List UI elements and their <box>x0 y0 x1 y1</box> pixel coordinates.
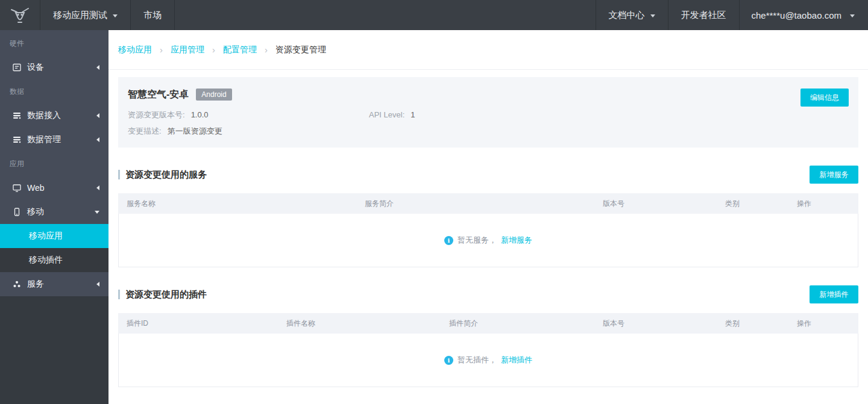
sidebar-item-label: 移动 <box>27 207 95 217</box>
sidebar-submenu-label: 移动插件 <box>29 255 63 266</box>
column-header: 操作 <box>788 319 858 329</box>
sidebar-category-hardware: 硬件 <box>0 31 108 55</box>
column-header: 版本号 <box>594 319 717 329</box>
sidebar-item-mobile[interactable]: 移动 <box>0 200 108 224</box>
column-header: 插件ID <box>118 319 278 329</box>
field-api-level: API Level: 1 <box>369 110 415 120</box>
sidebar-category-data: 数据 <box>0 79 108 104</box>
nav-mobile-app-testing-label: 移动应用测试 <box>53 10 107 21</box>
section-accent-bar <box>118 170 120 179</box>
services-section-header: 资源变更使用的服务 新增服务 <box>118 166 858 184</box>
app-logo[interactable] <box>0 0 40 30</box>
column-header: 版本号 <box>594 199 717 209</box>
add-service-button[interactable]: 新增服务 <box>810 166 858 184</box>
column-header: 插件名称 <box>278 319 441 329</box>
section-accent-bar <box>118 290 120 299</box>
sidebar-item-data-manage[interactable]: 数据管理 <box>0 128 108 152</box>
sidebar-item-data-access[interactable]: 数据接入 <box>0 104 108 128</box>
mobile-icon <box>12 207 22 217</box>
field-row: 资源变更版本号: 1.0.0 API Level: 1 <box>128 110 849 120</box>
nav-doc-center-label: 文档中心 <box>609 10 645 21</box>
info-icon: i <box>444 236 453 245</box>
app-title: 智慧空气-安卓 <box>128 89 189 101</box>
nav-developer-community[interactable]: 开发者社区 <box>668 0 739 30</box>
sidebar-item-devices[interactable]: 设备 <box>0 55 108 79</box>
chevron-collapsed-icon <box>96 137 99 142</box>
nav-market[interactable]: 市场 <box>130 0 175 30</box>
breadcrumb-current: 资源变更管理 <box>275 45 326 55</box>
chevron-expanded-icon <box>95 211 99 214</box>
sidebar-submenu-label: 移动应用 <box>29 231 63 241</box>
plugins-table-header: 插件ID 插件名称 插件简介 版本号 类别 操作 <box>118 313 858 334</box>
chevron-down-icon <box>850 14 855 17</box>
sidebar-item-label: 数据接入 <box>27 110 96 121</box>
field-value: 1 <box>410 110 415 120</box>
services-table-header: 服务名称 服务简介 版本号 类别 操作 <box>118 193 858 214</box>
empty-add-plugin-link[interactable]: 新增插件 <box>501 355 532 365</box>
sidebar-item-label: 服务 <box>27 279 96 290</box>
field-label: API Level: <box>369 110 404 120</box>
data-manage-icon <box>12 135 22 145</box>
chevron-down-icon <box>650 14 655 17</box>
chevron-down-icon <box>113 14 118 17</box>
plugins-section-header: 资源变更使用的插件 新增插件 <box>118 285 858 303</box>
column-header: 类别 <box>717 319 788 329</box>
breadcrumb-separator-icon: › <box>212 45 215 55</box>
app-title-row: 智慧空气-安卓 Android <box>128 87 849 102</box>
field-label: 资源变更版本号: <box>128 110 185 120</box>
sidebar-submenu-mobile-apps[interactable]: 移动应用 <box>0 224 108 248</box>
breadcrumb-link-app-management[interactable]: 应用管理 <box>171 45 204 55</box>
sidebar-item-services[interactable]: 服务 <box>0 272 108 296</box>
nav-market-label: 市场 <box>143 10 162 21</box>
column-header: 服务简介 <box>356 199 594 209</box>
breadcrumb-separator-icon: › <box>265 45 268 55</box>
nav-mobile-app-testing[interactable]: 移动应用测试 <box>40 0 130 30</box>
empty-text: 暂无插件， <box>458 355 497 365</box>
sidebar-submenu-mobile-plugins[interactable]: 移动插件 <box>0 248 108 272</box>
field-value: 1.0.0 <box>191 110 209 120</box>
field-description: 变更描述: 第一版资源变更 <box>128 126 222 137</box>
add-plugin-button[interactable]: 新增插件 <box>810 285 858 303</box>
breadcrumb-link-config-management[interactable]: 配置管理 <box>223 45 257 55</box>
account-menu[interactable]: che****u@taobao.com <box>739 0 868 30</box>
edit-info-button[interactable]: 编辑信息 <box>800 89 849 107</box>
plugins-section-title: 资源变更使用的插件 <box>125 289 810 300</box>
nav-developer-community-label: 开发者社区 <box>681 10 726 21</box>
sidebar-filler <box>0 296 108 404</box>
plugins-empty-state: i 暂无插件， 新增插件 <box>118 334 858 387</box>
device-icon <box>12 63 22 72</box>
empty-text: 暂无服务， <box>458 235 497 246</box>
empty-add-service-link[interactable]: 新增服务 <box>501 235 532 246</box>
column-header: 类别 <box>717 199 788 209</box>
platform-badge: Android <box>196 89 231 101</box>
sidebar-category-apps: 应用 <box>0 152 108 176</box>
field-version: 资源变更版本号: 1.0.0 <box>128 110 369 120</box>
web-icon <box>12 183 22 193</box>
sidebar-item-web[interactable]: Web <box>0 176 108 200</box>
nav-doc-center[interactable]: 文档中心 <box>596 0 668 30</box>
breadcrumb-link-mobile-apps[interactable]: 移动应用 <box>118 45 152 55</box>
info-icon: i <box>444 356 453 365</box>
field-value: 第一版资源变更 <box>168 126 222 137</box>
chevron-collapsed-icon <box>96 185 99 190</box>
sidebar-item-label: 设备 <box>27 62 96 73</box>
topbar-spacer <box>175 0 596 30</box>
chevron-collapsed-icon <box>96 113 99 118</box>
app-logo-icon <box>9 5 31 25</box>
services-section-title: 资源变更使用的服务 <box>125 169 810 181</box>
app-info-card: 智慧空气-安卓 Android 编辑信息 资源变更版本号: 1.0.0 API … <box>118 77 858 148</box>
column-header: 操作 <box>788 199 858 209</box>
sidebar-item-label: Web <box>27 183 96 193</box>
topbar: 移动应用测试 市场 文档中心 开发者社区 che****u@taobao.com <box>0 0 868 30</box>
field-label: 变更描述: <box>128 126 162 137</box>
sidebar: 硬件 设备 数据 数据接入 <box>0 30 108 404</box>
column-header: 服务名称 <box>118 199 356 209</box>
chevron-collapsed-icon <box>96 65 99 70</box>
main-content: 移动应用 › 应用管理 › 配置管理 › 资源变更管理 智慧空气-安卓 Andr… <box>108 30 868 404</box>
services-empty-state: i 暂无服务， 新增服务 <box>118 214 858 267</box>
data-access-icon <box>12 111 22 120</box>
sidebar-item-label: 数据管理 <box>27 134 96 145</box>
column-header: 插件简介 <box>441 319 594 329</box>
chevron-collapsed-icon <box>96 282 99 287</box>
breadcrumb-separator-icon: › <box>160 45 163 55</box>
